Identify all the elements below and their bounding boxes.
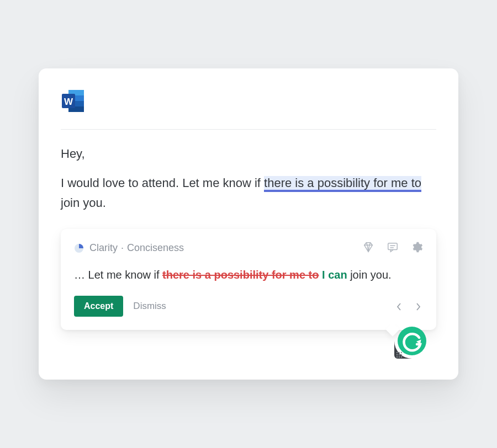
strike-text: there is a possibility for me to <box>162 269 319 281</box>
svg-point-11 <box>396 352 398 353</box>
comment-icon[interactable] <box>387 241 399 255</box>
svg-point-14 <box>396 354 398 355</box>
grammarly-icon[interactable] <box>392 321 432 361</box>
card-footer: Accept Dismiss <box>74 296 423 317</box>
chevron-left-icon[interactable] <box>396 302 404 310</box>
svg-point-17 <box>396 356 398 358</box>
svg-point-16 <box>401 354 402 355</box>
ms-word-icon: W <box>61 88 86 114</box>
suggestion-suffix: join you. <box>347 269 392 281</box>
sentence-prefix: I would love to attend. Let me know if <box>61 176 264 190</box>
suggestion-prefix: … Let me know if <box>74 269 162 281</box>
accept-button[interactable]: Accept <box>74 296 123 317</box>
chevron-right-icon[interactable] <box>415 302 423 310</box>
category-separator: · <box>121 242 124 254</box>
svg-point-19 <box>401 356 402 358</box>
svg-rect-7 <box>388 243 398 249</box>
body-paragraph: I would love to attend. Let me know if t… <box>61 173 436 212</box>
divider <box>61 129 436 130</box>
diamond-icon[interactable] <box>362 241 374 255</box>
svg-point-12 <box>399 352 400 353</box>
sentence-suffix: join you. <box>61 196 106 210</box>
dismiss-button[interactable]: Dismiss <box>133 301 166 312</box>
replacement-text: I can <box>319 269 347 281</box>
svg-point-15 <box>399 354 400 355</box>
svg-point-18 <box>399 356 400 358</box>
suggestion-subcategory: Conciseness <box>127 242 184 254</box>
suggestion-card: Clarity · Conciseness <box>61 229 436 330</box>
suggestion-text: … Let me know if there is a possibility … <box>74 266 423 284</box>
card-header: Clarity · Conciseness <box>74 241 423 255</box>
document-body[interactable]: Hey, I would love to attend. Let me know… <box>61 144 436 212</box>
gear-icon[interactable] <box>411 241 423 255</box>
suggestion-category: Clarity <box>89 242 118 254</box>
highlighted-phrase[interactable]: there is a possibility for me to <box>264 176 421 192</box>
suggestion-nav <box>396 302 423 310</box>
svg-text:W: W <box>64 97 73 107</box>
app-window: W Hey, I would love to attend. Let me kn… <box>39 68 458 380</box>
greeting-line: Hey, <box>61 144 436 163</box>
clarity-category-icon <box>74 243 84 253</box>
card-toolbar <box>362 241 423 255</box>
svg-point-13 <box>401 352 402 353</box>
